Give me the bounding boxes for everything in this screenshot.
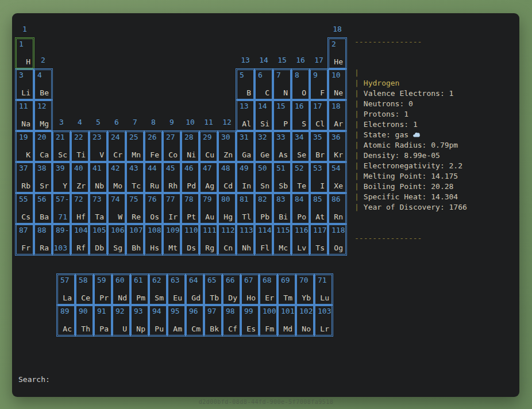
element-cell-Bk[interactable]: 97Bk	[205, 306, 222, 335]
element-cell-Ru[interactable]: 44Ru	[145, 163, 162, 192]
element-cell-Rg[interactable]: 111Rg	[200, 225, 217, 254]
element-cell-Fm[interactable]: 100Fm	[260, 306, 277, 335]
element-cell-V[interactable]: 23V	[90, 132, 107, 161]
element-cell-Sb[interactable]: 51Sb	[273, 163, 291, 192]
element-cell-Ne[interactable]: 10Ne	[329, 70, 346, 99]
element-cell-Au[interactable]: 79Au	[200, 194, 217, 223]
element-cell-Cu[interactable]: 29Cu	[200, 132, 217, 161]
element-cell-Eu[interactable]: 63Eu	[168, 275, 185, 304]
element-cell-Lv[interactable]: 116Lv	[292, 225, 309, 254]
element-cell-Sc[interactable]: 21Sc	[53, 132, 70, 161]
element-cell-Hg[interactable]: 80Hg	[218, 194, 236, 223]
element-cell-Np[interactable]: 93Np	[131, 306, 148, 335]
element-cell-Br[interactable]: 35Br	[310, 132, 327, 161]
element-cell-Cf[interactable]: 98Cf	[223, 306, 240, 335]
element-cell-Zr[interactable]: 40Zr	[71, 163, 88, 192]
element-cell-Ba[interactable]: 56Ba	[34, 194, 52, 223]
element-cell-Dy[interactable]: 66Dy	[223, 275, 240, 304]
element-cell-Cr[interactable]: 24Cr	[108, 132, 125, 161]
element-cell-Sg[interactable]: 106Sg	[108, 225, 125, 254]
element-cell-Es[interactable]: 99Es	[241, 306, 259, 335]
element-cell-Ti[interactable]: 22Ti	[71, 132, 88, 161]
element-cell-Xe[interactable]: 54Xe	[329, 163, 346, 192]
element-cell-Yb[interactable]: 70Yb	[296, 275, 314, 304]
element-cell-Ta[interactable]: 73Ta	[90, 194, 107, 223]
element-cell-Si[interactable]: 14Si	[255, 101, 272, 130]
element-cell-S[interactable]: 16S	[292, 101, 309, 130]
element-cell-Lr[interactable]: 103Lr	[315, 306, 332, 335]
element-cell-Zn[interactable]: 30Zn	[218, 132, 236, 161]
element-cell-Ac[interactable]: 89Ac	[57, 306, 75, 335]
element-cell-Pd[interactable]: 46Pd	[182, 163, 199, 192]
element-cell-Cm[interactable]: 96Cm	[186, 306, 203, 335]
element-cell-Hf[interactable]: 72Hf	[71, 194, 88, 223]
element-cell-Ca[interactable]: 20Ca	[34, 132, 52, 161]
element-cell-F[interactable]: 9F	[310, 70, 327, 99]
element-cell-Hs[interactable]: 108Hs	[145, 225, 162, 254]
element-cell-Nh[interactable]: 113Nh	[237, 225, 254, 254]
element-cell-Ds[interactable]: 110Ds	[182, 225, 199, 254]
element-cell-Ga[interactable]: 31Ga	[237, 132, 254, 161]
element-cell-Rf[interactable]: 104Rf	[71, 225, 88, 254]
element-cell-W[interactable]: 74W	[108, 194, 125, 223]
element-cell-Rn[interactable]: 86Rn	[329, 194, 346, 223]
element-cell-B[interactable]: 5B	[237, 70, 254, 99]
element-cell-Cl[interactable]: 17Cl	[310, 101, 327, 130]
element-cell-Fr[interactable]: 87Fr	[16, 225, 33, 254]
element-cell-Ge[interactable]: 32Ge	[255, 132, 272, 161]
element-cell-Sn[interactable]: 50Sn	[255, 163, 272, 192]
element-cell-Os[interactable]: 76Os	[145, 194, 162, 223]
element-cell-Ts[interactable]: 117Ts	[310, 225, 327, 254]
element-cell-He[interactable]: 2He	[329, 38, 346, 68]
element-cell-Nb[interactable]: 41Nb	[90, 163, 107, 192]
element-cell-Y[interactable]: 39Y	[53, 163, 70, 192]
element-cell-Bh[interactable]: 107Bh	[126, 225, 144, 254]
element-cell-Cn[interactable]: 112Cn	[218, 225, 236, 254]
element-cell-Re[interactable]: 75Re	[126, 194, 144, 223]
element-cell-Bi[interactable]: 83Bi	[273, 194, 291, 223]
element-cell-Tl[interactable]: 81Tl	[237, 194, 254, 223]
element-cell-Co[interactable]: 27Co	[163, 132, 180, 161]
element-cell-Pr[interactable]: 59Pr	[94, 275, 111, 304]
element-cell-Te[interactable]: 52Te	[292, 163, 309, 192]
element-cell-Er[interactable]: 68Er	[260, 275, 277, 304]
element-cell-O[interactable]: 8O	[292, 70, 309, 99]
element-cell-Se[interactable]: 34Se	[292, 132, 309, 161]
element-cell-Po[interactable]: 84Po	[292, 194, 309, 223]
element-cell-At[interactable]: 85At	[310, 194, 327, 223]
element-cell-Kr[interactable]: 36Kr	[329, 132, 346, 161]
element-cell-Md[interactable]: 101Md	[278, 306, 295, 335]
element-cell-Rh[interactable]: 45Rh	[163, 163, 180, 192]
element-cell-Pt[interactable]: 78Pt	[182, 194, 199, 223]
element-cell-Na[interactable]: 11Na	[16, 101, 33, 130]
element-cell-57-71[interactable]: 57-71	[53, 194, 70, 223]
element-cell-Pb[interactable]: 82Pb	[255, 194, 272, 223]
element-cell-Ir[interactable]: 77Ir	[163, 194, 180, 223]
element-cell-I[interactable]: 53I	[310, 163, 327, 192]
element-cell-Db[interactable]: 105Db	[90, 225, 107, 254]
element-cell-Mn[interactable]: 25Mn	[126, 132, 144, 161]
element-cell-Be[interactable]: 4Be	[34, 70, 52, 99]
element-cell-Mt[interactable]: 109Mt	[163, 225, 180, 254]
element-cell-Cs[interactable]: 55Cs	[16, 194, 33, 223]
element-cell-Li[interactable]: 3Li	[16, 70, 33, 99]
element-cell-Rb[interactable]: 37Rb	[16, 163, 33, 192]
element-cell-Pu[interactable]: 94Pu	[149, 306, 167, 335]
element-cell-Ce[interactable]: 58Ce	[76, 275, 93, 304]
element-cell-89-103[interactable]: 89-103	[53, 225, 70, 254]
element-cell-La[interactable]: 57La	[57, 275, 75, 304]
element-cell-Nd[interactable]: 60Nd	[113, 275, 130, 304]
element-cell-Pa[interactable]: 91Pa	[94, 306, 111, 335]
element-cell-H[interactable]: 1H	[16, 38, 33, 68]
element-cell-Gd[interactable]: 64Gd	[186, 275, 203, 304]
element-cell-Cd[interactable]: 48Cd	[218, 163, 236, 192]
element-cell-Ar[interactable]: 18Ar	[329, 101, 346, 130]
element-cell-Ni[interactable]: 28Ni	[182, 132, 199, 161]
element-cell-Tb[interactable]: 65Tb	[205, 275, 222, 304]
element-cell-No[interactable]: 102No	[296, 306, 314, 335]
element-cell-Sr[interactable]: 38Sr	[34, 163, 52, 192]
element-cell-Am[interactable]: 95Am	[168, 306, 185, 335]
element-cell-Ho[interactable]: 67Ho	[241, 275, 259, 304]
element-cell-K[interactable]: 19K	[16, 132, 33, 161]
element-cell-Fl[interactable]: 114Fl	[255, 225, 272, 254]
